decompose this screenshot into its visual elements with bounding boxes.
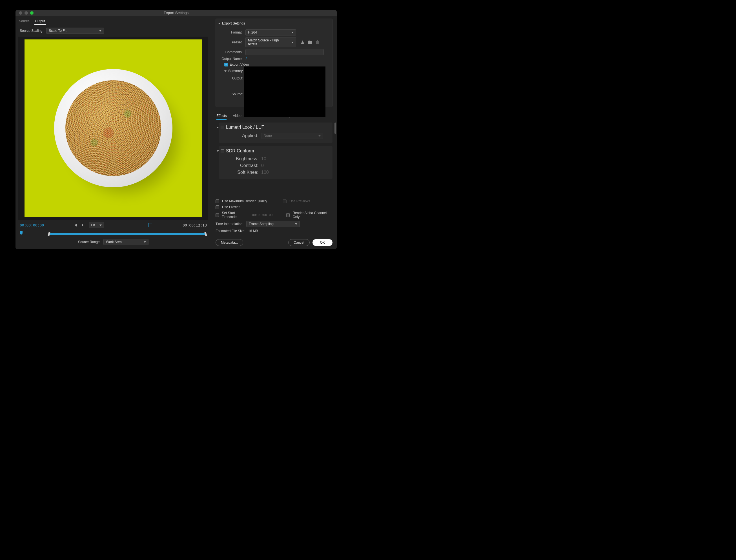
use-previews-label: Use Previews — [289, 199, 310, 203]
lumetri-header[interactable]: Lumetri Look / LUT — [217, 125, 329, 130]
time-interpolation-label: Time Interpolation: — [215, 222, 243, 226]
output-name-label: Output Name: — [218, 57, 245, 61]
tab-output[interactable]: Output — [34, 18, 46, 25]
brightness-value[interactable]: 10 — [261, 156, 266, 161]
preview-panel: Source Output Source Scaling: Scale To F… — [15, 16, 211, 249]
scrollbar[interactable] — [334, 123, 336, 134]
source-range-label: Source Range: — [78, 240, 101, 244]
chevron-down-icon — [99, 225, 102, 226]
format-select[interactable]: H.264 — [245, 29, 296, 35]
aspect-ratio-icon[interactable] — [148, 223, 152, 227]
chevron-down-icon — [318, 135, 321, 137]
effects-body: Lumetri Look / LUT Applied: None — [211, 123, 337, 194]
softknee-label: Soft Knee: — [222, 170, 261, 175]
chevron-down-icon — [224, 70, 226, 72]
lumetri-applied-select: None — [261, 133, 323, 139]
preview-viewport — [18, 37, 208, 220]
use-previews-checkbox — [283, 199, 286, 203]
est-size-value: 16 MB — [248, 229, 258, 233]
tab-effects[interactable]: Effects — [216, 114, 226, 120]
output-name-link[interactable]: 2 — [245, 57, 247, 61]
minimize-window-icon[interactable] — [25, 11, 28, 15]
save-preset-icon[interactable] — [300, 40, 305, 45]
source-scaling-select[interactable]: Scale To Fit — [46, 28, 104, 34]
source-scaling-label: Source Scaling: — [20, 29, 43, 33]
start-timecode-checkbox[interactable] — [215, 213, 219, 217]
start-timecode-label: Set Start Timecode — [222, 211, 249, 219]
applied-label: Applied: — [222, 133, 261, 138]
svg-rect-0 — [301, 43, 304, 44]
svg-rect-1 — [308, 41, 312, 44]
timeline-track[interactable] — [20, 231, 207, 237]
chevron-down-icon — [99, 30, 101, 32]
metadata-button[interactable]: Metadata... — [215, 239, 243, 246]
chevron-down-icon — [291, 42, 293, 43]
titlebar: Export Settings — [15, 10, 337, 16]
cancel-button[interactable]: Cancel — [288, 239, 309, 246]
softknee-value[interactable]: 100 — [261, 170, 269, 175]
chevron-down-icon — [291, 32, 293, 33]
chevron-down-icon — [295, 223, 297, 225]
svg-rect-4 — [315, 41, 319, 41]
sdr-header[interactable]: SDR Conform — [217, 148, 329, 154]
render-alpha-checkbox[interactable] — [286, 213, 290, 217]
comments-input[interactable] — [245, 49, 324, 55]
import-preset-icon[interactable] — [308, 40, 312, 45]
start-timecode-value: 00:00:00:00 — [252, 213, 273, 217]
tab-source[interactable]: Source — [18, 18, 30, 25]
render-options: Use Maximum Render Quality Use Previews … — [211, 194, 337, 238]
chevron-down-icon — [144, 241, 146, 243]
est-size-label: Estimated File Size: — [215, 229, 245, 233]
lumetri-checkbox[interactable] — [221, 126, 224, 129]
traffic-lights — [15, 11, 34, 15]
close-window-icon[interactable] — [19, 11, 22, 15]
svg-rect-5 — [317, 40, 318, 41]
export-video-label: Export Video — [230, 63, 249, 66]
sdr-checkbox[interactable] — [221, 149, 224, 153]
current-timecode[interactable]: 00:00:00:00 — [20, 223, 44, 227]
source-range-select[interactable]: Work Area — [103, 239, 148, 245]
settings-panel: Export Settings Format: H.264 Preset: Ma… — [211, 16, 337, 249]
time-interpolation-select[interactable]: Frame Sampling — [246, 221, 300, 227]
contrast-label: Contrast: — [222, 163, 261, 168]
format-label: Format: — [218, 30, 245, 34]
preset-label: Preset: — [218, 40, 245, 44]
delete-preset-icon[interactable] — [315, 40, 319, 45]
max-render-checkbox[interactable] — [215, 199, 219, 203]
preset-select[interactable]: Match Source - High bitrate — [245, 37, 296, 47]
use-proxies-checkbox[interactable] — [215, 205, 219, 209]
duration-timecode: 00:00:12:13 — [183, 223, 207, 227]
chevron-down-icon — [217, 150, 219, 152]
export-settings-header[interactable]: Export Settings — [218, 21, 330, 28]
window-title: Export Settings — [164, 11, 188, 15]
svg-rect-3 — [316, 41, 319, 44]
export-settings-window: Export Settings Source Output Source Sca… — [15, 10, 337, 249]
zoom-window-icon[interactable] — [30, 11, 34, 15]
render-alpha-label: Render Alpha Channel Only — [292, 211, 332, 219]
max-render-label: Use Maximum Render Quality — [222, 199, 267, 203]
zoom-select[interactable]: Fit — [89, 222, 104, 228]
timeline: 00:00:00:00 Fit 00:00:12:13 — [15, 220, 211, 249]
contrast-value[interactable]: 0 — [261, 163, 264, 168]
comments-label: Comments: — [218, 50, 245, 54]
brightness-label: Brightness: — [222, 156, 261, 161]
chevron-down-icon — [217, 127, 219, 128]
export-video-checkbox[interactable] — [224, 63, 228, 66]
ok-button[interactable]: OK — [312, 239, 332, 246]
tab-video[interactable]: Video — [233, 114, 241, 120]
svg-rect-2 — [308, 41, 310, 41]
prev-frame-button[interactable] — [75, 224, 77, 226]
playhead-icon[interactable] — [20, 231, 23, 235]
preview-image — [25, 39, 202, 217]
next-frame-button[interactable] — [82, 224, 84, 226]
chevron-down-icon — [218, 23, 220, 24]
work-area-bar[interactable] — [49, 233, 205, 235]
use-proxies-label: Use Proxies — [222, 205, 240, 209]
redacted-area — [244, 66, 325, 117]
